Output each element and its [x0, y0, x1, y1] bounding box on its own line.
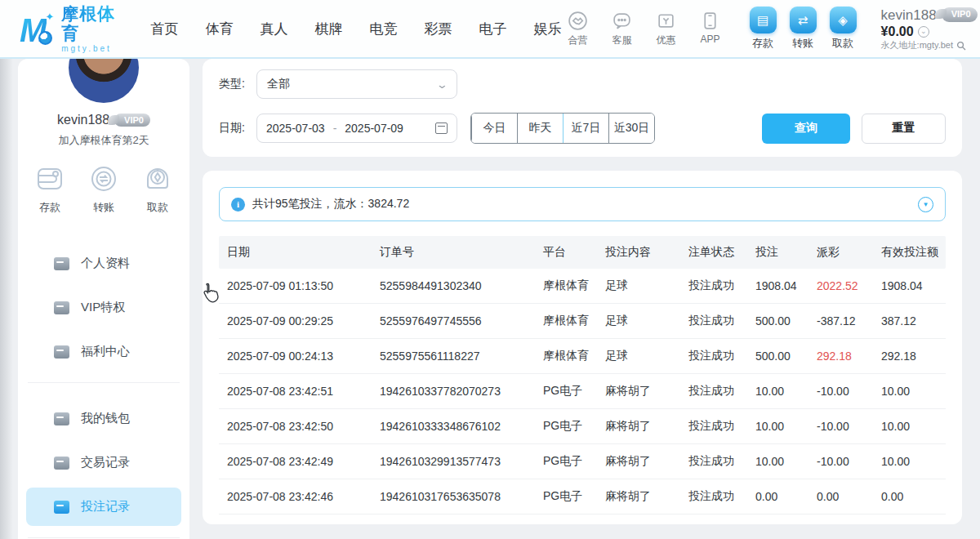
date-shortcut-button[interactable]: 昨天 [517, 114, 563, 143]
table-row: 2025-07-08 23:42:50 1942610333348676102 … [219, 409, 946, 444]
refresh-balance-icon[interactable]: ⌄ [918, 26, 929, 38]
sidebar-menu-item[interactable]: VIP特权 [26, 288, 181, 327]
sidebar-menu-item[interactable]: 交易记录 [26, 443, 181, 482]
balance: ¥0.00 [881, 24, 914, 40]
col-platform: 平台 [535, 245, 597, 260]
col-status: 注单状态 [680, 245, 747, 260]
cell-date: 2025-07-09 00:24:13 [219, 350, 372, 363]
user-info: kevin188 VIP0 ¥0.00 ⌄ 永久地址:mgty.bet [881, 7, 978, 51]
date-from: 2025-07-03 [266, 122, 325, 135]
date-shortcut-button[interactable]: 近7日 [563, 114, 608, 143]
search-button[interactable]: 查询 [762, 114, 850, 144]
cell-status: 投注成功 [680, 278, 747, 293]
top-header: M ✦ 摩根体育 mgty.bet 首页 体育 真人 棋牌 电竞 彩票 电子 娱… [0, 0, 980, 59]
sidebar-vip-badge: VIP0 [114, 114, 150, 127]
cell-date: 2025-07-08 23:42:49 [219, 455, 372, 468]
menu-divider [28, 537, 180, 538]
col-bet: 投注 [747, 245, 808, 260]
coupon-icon [656, 11, 676, 31]
wallet-actions: ▤ 存款 ⇄ 转账 ◈ 取款 [750, 7, 857, 51]
transfer-button[interactable]: 转账 [87, 163, 120, 215]
date-range-input[interactable]: 2025-07-03 - 2025-07-09 [256, 114, 457, 143]
nav-item[interactable]: 体育 [206, 20, 234, 38]
handshake-icon [568, 11, 588, 31]
nav-item[interactable]: 娱乐 [534, 20, 562, 38]
cell-date: 2025-07-09 01:13:50 [219, 279, 372, 292]
magnifier-icon[interactable] [956, 41, 966, 51]
menu-item-icon [54, 257, 69, 270]
wallet-action-icon: ⇄ [790, 7, 817, 33]
bet-records-panel: i 共计95笔投注，流水：3824.72 ▼ 日期 订单号 平台 投注内容 注单… [203, 171, 962, 524]
nav-item[interactable]: 棋牌 [315, 20, 343, 38]
calendar-icon [435, 122, 448, 134]
cell-payout: -10.00 [808, 455, 873, 468]
summary-bar: i 共计95笔投注，流水：3824.72 ▼ [219, 187, 946, 221]
cell-order: 1942610329913577473 [372, 455, 535, 468]
date-shortcut-button[interactable]: 今日 [471, 114, 517, 143]
table-row: 2025-07-08 23:42:49 1942610329913577473 … [219, 444, 946, 479]
sidebar-menu-item[interactable]: 我的钱包 [26, 399, 181, 438]
support-link[interactable]: 客服 [606, 11, 639, 47]
cell-valid: 10.00 [873, 420, 947, 433]
nav-item[interactable]: 彩票 [425, 20, 452, 38]
promo-link[interactable]: 优惠 [650, 11, 683, 47]
phone-icon [700, 11, 720, 31]
cell-bet: 0.00 [747, 490, 808, 503]
left-edge-shadow [0, 59, 13, 539]
menu-item-icon [54, 501, 69, 514]
cell-order: 1942610317653635078 [372, 490, 535, 503]
logo-mark-icon: M ✦ [20, 9, 54, 48]
site-title: 摩根体育 [61, 4, 119, 42]
type-select[interactable]: 全部 ⌄ [256, 69, 457, 99]
menu-item-icon [54, 301, 69, 314]
date-shortcut-button[interactable]: 近30日 [608, 114, 654, 143]
cell-content: 麻将胡了 [597, 489, 680, 504]
cell-payout: -10.00 [808, 385, 873, 398]
wallet-action-button[interactable]: ▤ 存款 [750, 7, 777, 51]
table-row: 2025-07-09 01:13:50 5255984491302340 摩根体… [219, 269, 946, 304]
col-content: 投注内容 [597, 245, 680, 260]
info-icon: i [231, 198, 245, 212]
sidebar-menu: 个人资料 VIP特权 福利中心 [18, 244, 189, 539]
nav-item[interactable]: 首页 [151, 20, 179, 38]
col-date: 日期 [219, 245, 372, 260]
table-header-row: 日期 订单号 平台 投注内容 注单状态 投注 派彩 有效投注额 [219, 236, 946, 269]
cell-valid: 1908.04 [873, 279, 947, 292]
withdraw-button[interactable]: 取款 [141, 163, 174, 215]
site-logo[interactable]: M ✦ 摩根体育 mgty.bet [20, 4, 120, 52]
wallet-action-icon: ▤ [750, 7, 777, 33]
cell-payout: -387.12 [808, 314, 873, 327]
reset-button[interactable]: 重置 [862, 114, 946, 144]
cell-payout: -10.00 [808, 420, 873, 433]
cell-bet: 500.00 [747, 314, 808, 327]
cell-platform: PG电子 [535, 419, 597, 434]
app-link[interactable]: APP [694, 11, 727, 47]
col-valid: 有效投注额 [873, 245, 947, 260]
cell-platform: 摩根体育 [535, 349, 597, 363]
nav-item[interactable]: 真人 [261, 20, 288, 38]
partner-link[interactable]: 合营 [562, 11, 595, 47]
table-row: 2025-07-08 23:42:51 1942610337782070273 … [219, 374, 946, 409]
transfer-icon [87, 163, 120, 195]
table-row: 2025-07-09 00:29:25 5255976497745556 摩根体… [219, 304, 946, 339]
sidebar-menu-item[interactable]: 福利中心 [26, 332, 181, 371]
sidebar-menu-item[interactable]: 个人资料 [26, 244, 181, 283]
wallet-action-icon: ◈ [830, 7, 857, 33]
deposit-button[interactable]: 存款 [33, 163, 66, 215]
wallet-action-button[interactable]: ⇄ 转账 [790, 7, 817, 51]
nav-item[interactable]: 电子 [479, 20, 507, 38]
cell-order: 5255984491302340 [372, 279, 535, 292]
cell-status: 投注成功 [680, 419, 747, 434]
sidebar-menu-item[interactable]: 投注记录 [26, 488, 181, 526]
scroll-down-icon[interactable]: ▼ [918, 197, 933, 212]
nav-item[interactable]: 电竞 [370, 20, 398, 38]
wallet-action-button[interactable]: ◈ 取款 [830, 7, 857, 51]
cell-payout: 292.18 [808, 350, 873, 363]
cell-order: 5255975561118227 [372, 350, 535, 363]
cell-platform: 摩根体育 [535, 314, 597, 328]
header-quick-links: 合营 客服 优惠 APP [562, 11, 727, 47]
cell-platform: 摩根体育 [535, 278, 597, 293]
chat-icon [612, 11, 632, 31]
chevron-down-icon: ⌄ [436, 78, 448, 91]
cell-payout: 0.00 [808, 490, 873, 503]
